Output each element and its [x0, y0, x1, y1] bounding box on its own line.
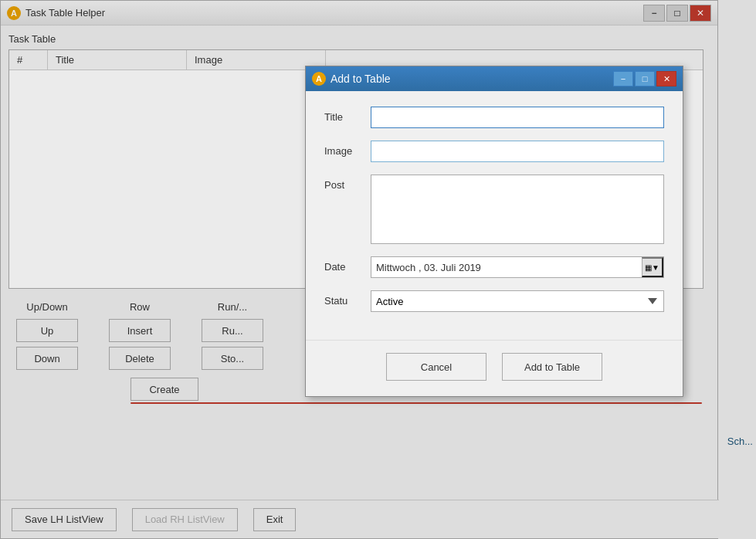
dialog-title-bar: A Add to Table − □ ✕ — [306, 66, 683, 91]
post-row: Post — [324, 175, 664, 244]
status-label: Statu — [324, 290, 371, 307]
date-label: Date — [324, 256, 371, 273]
image-input[interactable] — [371, 141, 664, 162]
add-to-table-button[interactable]: Add to Table — [502, 353, 602, 381]
title-label: Title — [324, 107, 371, 123]
dialog-title: Add to Table — [331, 73, 391, 85]
dialog-app-icon: A — [312, 72, 326, 86]
dialog-body: Title Image Post Date Mittwoch , 03. Jul… — [306, 91, 683, 340]
date-value: Mittwoch , 03. Juli 2019 — [371, 260, 642, 275]
add-to-table-dialog: A Add to Table − □ ✕ Title Image Post Da — [305, 66, 683, 397]
dialog-title-left: A Add to Table — [312, 72, 391, 86]
dialog-window-controls: − □ ✕ — [613, 71, 676, 86]
image-row: Image — [324, 141, 664, 162]
date-picker-button[interactable]: ▦▼ — [642, 257, 663, 277]
calendar-icon: ▦▼ — [645, 263, 659, 272]
date-row: Date Mittwoch , 03. Juli 2019 ▦▼ — [324, 256, 664, 278]
date-input-wrap: Mittwoch , 03. Juli 2019 ▦▼ — [371, 256, 664, 278]
dialog-minimize-button[interactable]: − — [613, 71, 633, 86]
dialog-close-button[interactable]: ✕ — [656, 71, 676, 86]
post-textarea[interactable] — [371, 175, 664, 244]
dialog-footer: Cancel Add to Table — [306, 340, 683, 396]
status-row: Statu Active Inactive Pending Completed — [324, 290, 664, 312]
post-label: Post — [324, 175, 371, 191]
dialog-maximize-button[interactable]: □ — [635, 71, 655, 86]
cancel-button[interactable]: Cancel — [386, 353, 486, 381]
title-input[interactable] — [371, 107, 664, 128]
image-label: Image — [324, 141, 371, 157]
status-select[interactable]: Active Inactive Pending Completed — [371, 290, 664, 312]
title-row: Title — [324, 107, 664, 128]
